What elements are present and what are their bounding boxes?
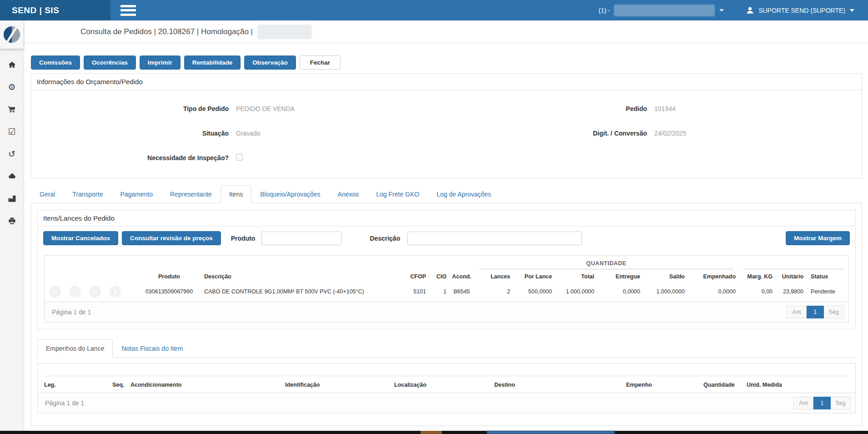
tasks-check-icon[interactable]: ☑ bbox=[7, 126, 17, 136]
settings-gears-icon[interactable]: ⚙ bbox=[7, 82, 17, 92]
app-brand: SEND | SIS bbox=[0, 0, 110, 20]
breadcrumb: Consulta de Pedidos | 20.108267 | Homolo… bbox=[24, 20, 868, 43]
tab-geral[interactable]: Geral bbox=[31, 185, 64, 203]
tab-bloqueio-aprovacoes[interactable]: Bloqueio/Aprovações bbox=[251, 185, 329, 203]
empenhos-table: Leg. Seq. Acondicionamento Identificação… bbox=[37, 363, 856, 414]
company-select[interactable] bbox=[614, 5, 715, 16]
user-icon bbox=[746, 6, 754, 15]
cell-cfop: 5101 bbox=[395, 283, 429, 302]
history-icon[interactable]: ↺ bbox=[89, 286, 101, 298]
cell-total: 1.000,0000 bbox=[555, 283, 597, 302]
cell-marg-kg: 0,00 bbox=[738, 283, 775, 302]
shopping-cart-icon[interactable] bbox=[7, 104, 17, 114]
pedido-value: 101944 bbox=[654, 105, 862, 112]
prev-page-button[interactable]: Ant bbox=[793, 397, 813, 409]
tipo-pedido-value: PEDIDO DE VENDA bbox=[236, 105, 441, 112]
chevron-down-icon bbox=[850, 9, 854, 12]
tab-itens[interactable]: Itens bbox=[221, 185, 251, 203]
situacao-value: Gravado bbox=[236, 130, 441, 137]
itens-lances-title: Itens/Lances do Pedido bbox=[38, 210, 855, 227]
industry-icon[interactable] bbox=[7, 193, 17, 203]
imprimir-button[interactable]: Imprimir bbox=[140, 56, 181, 70]
bottom-taskbar bbox=[0, 431, 868, 434]
quantidade-group-label: QUANTIDADE bbox=[479, 260, 734, 269]
page-1-button[interactable]: 1 bbox=[807, 306, 824, 318]
prev-page-button[interactable]: Ant bbox=[787, 306, 807, 318]
col-descricao: Descrição bbox=[201, 269, 395, 283]
col-localizacao: Localização bbox=[394, 382, 494, 388]
tab-log-frete-gko[interactable]: Log Frete GKO bbox=[367, 185, 428, 203]
descricao-filter-input[interactable] bbox=[407, 232, 582, 245]
rentabilidade-button[interactable]: Rentabilidade bbox=[184, 56, 241, 70]
col-entregue: Entregue bbox=[597, 269, 643, 283]
order-tabs: Geral Transporte Pagamento Representante… bbox=[31, 185, 862, 203]
itens-table: QUANTIDADE Produto Descrição CFOP CIO Ac… bbox=[44, 255, 849, 323]
col-identificacao: Identificação bbox=[285, 382, 394, 388]
print-icon[interactable] bbox=[7, 216, 17, 226]
cell-produto: 030613509067990 bbox=[137, 283, 201, 302]
produto-filter-input[interactable] bbox=[261, 232, 341, 245]
info-panel: Informações do Orçamento/Pedido Tipo de … bbox=[31, 73, 862, 179]
banknote-icon[interactable]: ▭ bbox=[69, 286, 81, 298]
tab-representante[interactable]: Representante bbox=[161, 185, 221, 203]
produto-filter-label: Produto bbox=[231, 235, 256, 242]
cell-cio: 1 bbox=[429, 283, 449, 302]
tab-transporte[interactable]: Transporte bbox=[64, 185, 111, 203]
item-subtabs: Empenhos do Lance Notas Fiscais do Item bbox=[37, 339, 856, 358]
col-acond: Acond. bbox=[449, 269, 474, 283]
mostrar-cancelados-button[interactable]: Mostrar Cancelados bbox=[43, 231, 118, 245]
app-logo[interactable] bbox=[0, 20, 24, 49]
digit-conversao-value: 24/02/2025 bbox=[654, 130, 862, 137]
digit-conversao-label: Digit. / Conversão bbox=[441, 130, 654, 137]
cloud-icon[interactable] bbox=[7, 171, 17, 181]
tab-log-aprovacoes[interactable]: Log de Aprovações bbox=[428, 185, 500, 203]
tipo-pedido-label: Tipo de Pedido bbox=[31, 105, 236, 112]
ocorrencias-button[interactable]: Ocorrências bbox=[84, 56, 136, 70]
next-page-button[interactable]: Seg bbox=[824, 306, 844, 318]
col-lances: Lances bbox=[474, 269, 513, 283]
subtab-empenhos-do-lance[interactable]: Empenhos do Lance bbox=[37, 339, 113, 358]
cell-status: Pendente bbox=[806, 283, 848, 302]
cell-acond: B6545 bbox=[449, 283, 474, 302]
pedido-label: Pedido bbox=[441, 105, 654, 112]
mostrar-margem-button[interactable]: Mostrar Margem bbox=[786, 231, 850, 245]
empenhos-header-row: Leg. Seq. Acondicionamento Identificação… bbox=[38, 376, 855, 393]
empenhos-empty-group-row bbox=[44, 367, 849, 376]
col-marg-kg: Marg. KG bbox=[738, 269, 775, 283]
col-acondicionamento: Acondicionamento bbox=[130, 382, 285, 388]
company-prefix: (1) - bbox=[598, 7, 610, 14]
col-saldo: Saldo bbox=[643, 269, 687, 283]
history-icon[interactable]: ↺ bbox=[7, 149, 17, 159]
tab-pagamento[interactable]: Pagamento bbox=[111, 185, 161, 203]
col-total: Total bbox=[555, 269, 597, 283]
col-leg: Leg. bbox=[44, 382, 112, 388]
consultar-revisao-button[interactable]: Consultar revisão de preços bbox=[122, 231, 221, 245]
cell-empenhado: 0,0000 bbox=[687, 283, 738, 302]
topbar: SEND | SIS (1) - SUPORTE SEND (SUPORTE) bbox=[0, 0, 868, 20]
sidebar: ⚙ ☑ ↺ bbox=[0, 20, 24, 431]
taskbar-segment-blue bbox=[487, 431, 615, 434]
empenhos-page-info: Página 1 de 1 bbox=[42, 399, 84, 407]
col-produto: Produto bbox=[137, 269, 201, 283]
fechar-button[interactable]: Fechar bbox=[300, 56, 341, 70]
cell-lances: 2 bbox=[474, 283, 513, 302]
menu-toggle-icon[interactable] bbox=[120, 5, 136, 16]
tab-anexos[interactable]: Anexos bbox=[329, 185, 368, 203]
situacao-label: Situação bbox=[31, 130, 236, 137]
home-icon[interactable] bbox=[7, 60, 17, 70]
user-menu[interactable]: SUPORTE SEND (SUPORTE) bbox=[746, 6, 854, 15]
col-cio: CIO bbox=[429, 269, 449, 283]
dollar-icon[interactable]: $ bbox=[109, 286, 121, 298]
quantity-group-header-row: QUANTIDADE bbox=[45, 256, 848, 269]
inspecao-checkbox[interactable] bbox=[236, 154, 243, 161]
table-row[interactable]: ◠ ▭ ↺ $ 030613509067990 CABO DE CONTROLE… bbox=[45, 283, 848, 302]
next-page-button[interactable]: Seg bbox=[831, 397, 851, 409]
handshake-icon[interactable]: ◠ bbox=[49, 286, 61, 298]
page-1-button[interactable]: 1 bbox=[813, 397, 831, 409]
observacao-button[interactable]: Observação bbox=[244, 56, 296, 70]
col-empenho: Empenho bbox=[626, 382, 703, 388]
comissoes-button[interactable]: Comissões bbox=[31, 56, 80, 70]
info-panel-title: Informações do Orçamento/Pedido bbox=[31, 74, 862, 90]
redacted-client-name bbox=[257, 25, 312, 39]
subtab-notas-fiscais-do-item[interactable]: Notas Fiscais do Item bbox=[113, 339, 191, 358]
